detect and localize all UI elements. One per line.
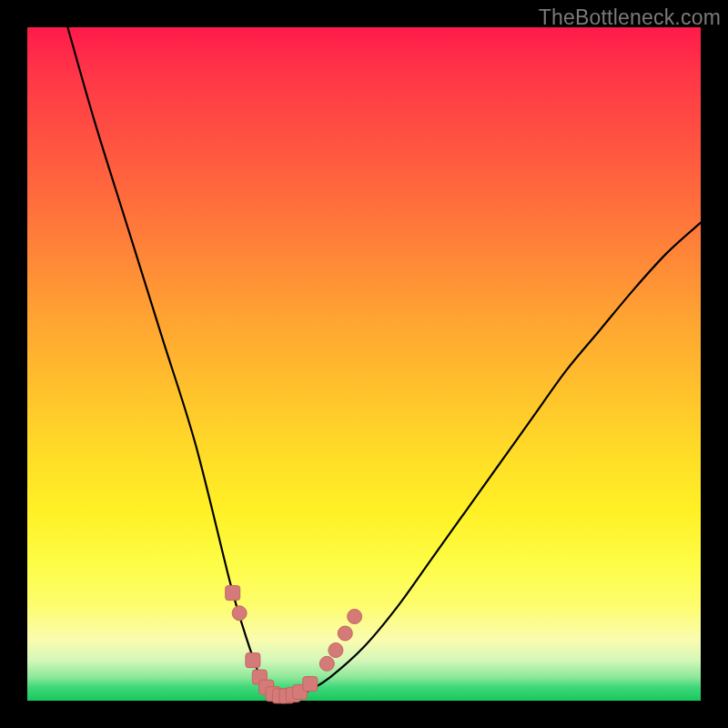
curve-markers (226, 586, 362, 703)
curve-marker (319, 656, 334, 671)
curve-marker (348, 610, 362, 624)
curve-marker (232, 606, 247, 621)
bottleneck-curve (67, 27, 701, 697)
curve-marker (246, 653, 260, 668)
curve-marker (329, 643, 343, 658)
curve-svg (27, 27, 701, 701)
plot-area (27, 27, 701, 701)
curve-marker (226, 586, 240, 601)
curve-marker (303, 677, 318, 692)
curve-marker (338, 626, 352, 641)
chart-frame: TheBottleneck.com (0, 0, 728, 728)
watermark-text: TheBottleneck.com (539, 5, 721, 30)
